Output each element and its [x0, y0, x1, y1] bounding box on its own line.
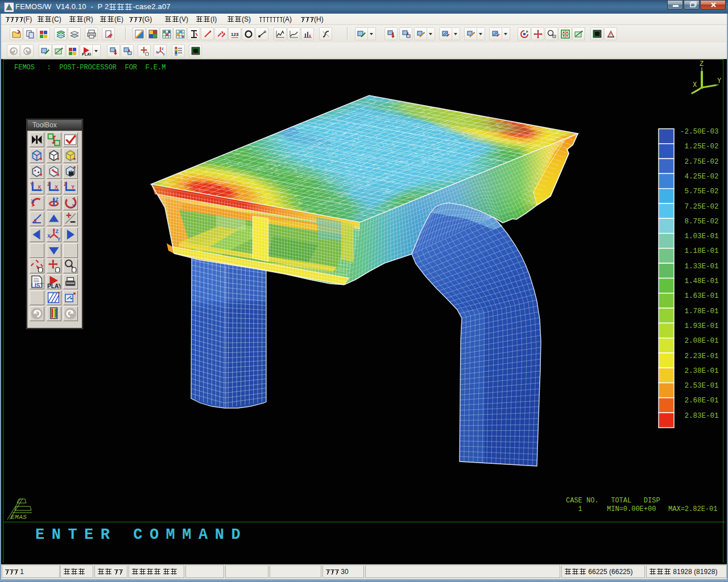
- svg-text:Y: Y: [163, 53, 165, 56]
- svg-text:X: X: [31, 198, 35, 204]
- svg-text:Z: Z: [47, 181, 51, 187]
- svg-text:Y: Y: [30, 181, 34, 187]
- svg-text:PLAY: PLAY: [82, 52, 91, 56]
- svg-text:Y: Y: [72, 203, 76, 209]
- svg-text:LIST: LIST: [31, 282, 44, 288]
- svg-text:X: X: [55, 184, 58, 190]
- svg-text:PLAY: PLAY: [47, 283, 60, 288]
- svg-text:Y: Y: [71, 184, 75, 190]
- svg-text:X: X: [47, 234, 51, 239]
- svg-text:123: 123: [231, 32, 239, 37]
- svg-text:Z: Z: [64, 181, 67, 187]
- svg-text:Z: Z: [56, 228, 59, 234]
- svg-text:X: X: [38, 184, 41, 190]
- svg-text:X: X: [156, 51, 158, 54]
- svg-text:Z: Z: [56, 197, 59, 202]
- svg-text:Y: Y: [57, 236, 61, 241]
- svg-text:Z: Z: [162, 47, 164, 51]
